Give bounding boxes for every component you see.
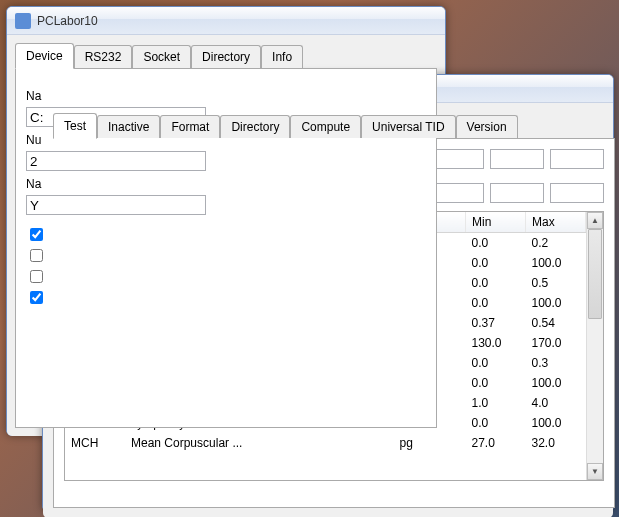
label-nu: Nu	[26, 133, 41, 147]
filter-unit-2[interactable]	[430, 183, 484, 203]
cell-max: 100.0	[526, 253, 586, 273]
scroll-track[interactable]	[587, 229, 603, 463]
scroll-up-icon[interactable]: ▲	[587, 212, 603, 229]
cell-min: 0.0	[466, 273, 526, 293]
tab-universal-tid[interactable]: Universal TID	[361, 115, 455, 138]
scroll-down-icon[interactable]: ▼	[587, 463, 603, 480]
label-na2: Na	[26, 177, 41, 191]
main-body: Device RS232 Socket Directory Info Na Nu	[7, 35, 445, 436]
tab-version[interactable]: Version	[456, 115, 518, 138]
cell-max: 100.0	[526, 293, 586, 313]
cell-min: 0.0	[466, 293, 526, 313]
db-tab-strip: Test Inactive Format Directory Compute U…	[53, 113, 615, 138]
table-row[interactable]: MCHMean Corpuscular ...pg27.032.0	[65, 433, 586, 453]
cell-max: 0.2	[526, 233, 586, 254]
tab-format[interactable]: Format	[160, 115, 220, 138]
col-max[interactable]: Max	[526, 212, 586, 233]
app-icon	[15, 13, 31, 29]
tab-device[interactable]: Device	[15, 43, 74, 69]
cell-name: Mean Corpuscular ...	[125, 433, 394, 453]
scrollbar[interactable]: ▲ ▼	[586, 212, 603, 480]
label-na: Na	[26, 89, 41, 103]
main-tab-strip: Device RS232 Socket Directory Info	[15, 43, 437, 68]
col-min[interactable]: Min	[466, 212, 526, 233]
filter-max-2[interactable]	[550, 183, 604, 203]
cell-min: 0.0	[466, 413, 526, 433]
checkbox-3[interactable]	[30, 270, 43, 283]
filter-min-1[interactable]	[490, 149, 544, 169]
cell-min: 0.37	[466, 313, 526, 333]
cell-min: 0.0	[466, 373, 526, 393]
filter-min-2[interactable]	[490, 183, 544, 203]
checkbox-1[interactable]	[30, 228, 43, 241]
field-y[interactable]	[26, 195, 206, 215]
filter-unit-1[interactable]	[430, 149, 484, 169]
cell-unit: pg	[394, 433, 466, 453]
tab-socket[interactable]: Socket	[132, 45, 191, 68]
cell-max: 100.0	[526, 373, 586, 393]
tab-rs232[interactable]: RS232	[74, 45, 133, 68]
filter-max-1[interactable]	[550, 149, 604, 169]
cell-min: 27.0	[466, 433, 526, 453]
tab-test[interactable]: Test	[53, 113, 97, 139]
cell-min: 1.0	[466, 393, 526, 413]
tab-directory2[interactable]: Directory	[220, 115, 290, 138]
cell-max: 0.54	[526, 313, 586, 333]
cell-max: 100.0	[526, 413, 586, 433]
cell-code: MCH	[65, 433, 125, 453]
cell-min: 0.0	[466, 353, 526, 373]
cell-min: 0.0	[466, 253, 526, 273]
checkbox-4[interactable]	[30, 291, 43, 304]
titlebar-main[interactable]: PCLabor10	[7, 7, 445, 35]
tab-info[interactable]: Info	[261, 45, 303, 68]
cell-max: 0.3	[526, 353, 586, 373]
tab-directory[interactable]: Directory	[191, 45, 261, 68]
cell-max: 32.0	[526, 433, 586, 453]
scroll-thumb[interactable]	[588, 229, 602, 319]
tab-compute[interactable]: Compute	[290, 115, 361, 138]
cell-max: 4.0	[526, 393, 586, 413]
cell-max: 0.5	[526, 273, 586, 293]
window-title: PCLabor10	[37, 14, 98, 28]
main-window: PCLabor10 Device RS232 Socket Directory …	[6, 6, 446, 436]
checkbox-2[interactable]	[30, 249, 43, 262]
cell-max: 170.0	[526, 333, 586, 353]
tab-inactive[interactable]: Inactive	[97, 115, 160, 138]
cell-min: 130.0	[466, 333, 526, 353]
field-two[interactable]	[26, 151, 206, 171]
cell-min: 0.0	[466, 233, 526, 254]
